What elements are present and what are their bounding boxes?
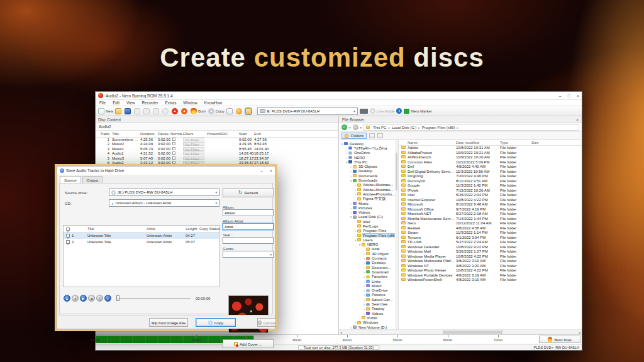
menu-item[interactable]: View <box>126 101 135 105</box>
year-input[interactable] <box>223 237 274 244</box>
tree-item[interactable]: ∨ Desktop <box>339 141 398 146</box>
knowhow-info-icon[interactable]: i <box>396 108 402 114</box>
track-checkbox[interactable]: ✓ <box>66 240 70 244</box>
player-button[interactable]: ♪ <box>104 295 111 302</box>
tree-item[interactable]: › Desktop <box>339 261 398 265</box>
toolbar-copy-icon[interactable]: Copy <box>208 108 225 114</box>
tree-item[interactable]: ∨ NERO <box>339 243 398 247</box>
file-row[interactable]: AliWorkbench 10/9/2022 10:20 AM File fol… <box>399 155 582 160</box>
tree-item[interactable]: › Music <box>339 283 398 288</box>
tree-item[interactable]: › Windows <box>339 321 398 325</box>
cancel-button[interactable]: × Cancel <box>257 318 276 327</box>
tree-item[interactable]: › Pictures <box>339 206 398 210</box>
track-row[interactable]: 2 Music2 4:24.09 0:02.00 No Filter 4:29.… <box>96 142 338 146</box>
file-row[interactable]: Common Files 10/11/2022 5:09 PM File fol… <box>399 160 582 165</box>
tree-item[interactable]: › Adobe+Photosho... <box>339 192 398 196</box>
tree-item[interactable]: › 3D Objects <box>339 164 398 168</box>
player-button[interactable]: ● <box>72 295 79 302</box>
source-drive-select[interactable]: (E:) PLDS DVD+-RW DU-8A5LH ▾ <box>109 189 219 196</box>
toolbar-docsearch-icon[interactable] <box>226 108 234 114</box>
breadcrumb-item[interactable]: Program Files (x86) <box>422 126 455 129</box>
file-row[interactable]: Windows Photo Viewer 10/8/2022 4:22 PM F… <box>399 268 582 273</box>
back-button[interactable]: ← <box>341 124 347 130</box>
virtual-keyboard-icon[interactable] <box>360 109 368 114</box>
player-button[interactable]: ▶ <box>80 295 87 302</box>
filter-chip[interactable]: No Filter <box>183 142 204 146</box>
add-cover-button[interactable]: Add Cover ... <box>223 339 274 348</box>
toolbar-save-icon[interactable] <box>125 108 132 114</box>
file-row[interactable]: Adobe 10/8/2022 10:31 AM File folder <box>399 146 582 151</box>
device-select[interactable]: E: PLDS DVD+-RW DU-8A5LH ▾ <box>257 107 358 115</box>
toolbar-fb-icon[interactable] <box>245 108 253 114</box>
player-button[interactable]: || <box>96 295 103 302</box>
toolbar-flame-icon[interactable]: Burn <box>191 108 206 114</box>
tree-item[interactable]: › Program Files <box>339 229 398 233</box>
dialog-minimize-button[interactable]: – <box>260 168 263 173</box>
tree-item[interactable]: PerfLogs <box>339 224 398 228</box>
file-row[interactable]: iFlytek 7/15/2022 10:26 AM File folder <box>399 189 582 194</box>
tree-item[interactable]: › Videos <box>339 210 398 214</box>
tree-item[interactable]: › Contacts <box>339 256 398 260</box>
file-row[interactable]: Microsoft.NET 5/27/2022 2:18 AM File fol… <box>399 212 582 217</box>
chevron-down-icon[interactable]: ▾ <box>349 126 351 129</box>
tree-item[interactable]: Figma 中文版 <box>339 197 398 201</box>
folders-toggle-button[interactable]: Folders <box>341 133 367 139</box>
track-checkbox[interactable]: ✓ <box>66 234 70 238</box>
menu-item[interactable]: KnowHow <box>204 101 222 105</box>
file-row[interactable]: Windows Mail 5/26/2022 1:27 PM File fold… <box>399 250 582 255</box>
tree-item[interactable]: › New Volume (D:) <box>339 325 398 329</box>
toolbar-nero1-icon[interactable] <box>172 108 179 114</box>
tree-item[interactable]: › Adobe+Illustrato... <box>339 187 398 192</box>
track-row[interactable]: 1 Summertime Sadn... 4:25.36 0:02.00 No … <box>96 138 338 142</box>
file-row[interactable]: Intel 5/26/2022 2:04 PM File folder <box>399 193 582 198</box>
menu-item[interactable]: Recorder <box>142 101 158 105</box>
file-row[interactable]: Windows NT 4/8/2022 3:20 AM File folder <box>399 264 582 269</box>
toolbar-paste-icon[interactable] <box>153 108 160 114</box>
tree-item[interactable]: › Searches <box>339 302 398 306</box>
track-row[interactable]: 5 Music3 5:07.40 0:02.00 No Filter 18:27… <box>96 156 338 161</box>
cd-select[interactable]: ♪ Unknown Album - Unknown Artist ▾ <box>109 199 219 207</box>
file-row[interactable]: Internet Explorer 10/8/2022 4:22 PM File… <box>399 198 582 203</box>
tab-Output[interactable]: Output <box>82 176 103 183</box>
tree-item[interactable]: › Pictures <box>339 293 398 297</box>
file-row[interactable]: Windows Multimedia Platform 4/8/2022 3:1… <box>399 259 582 264</box>
menu-item[interactable]: Edit <box>113 101 119 105</box>
file-row[interactable]: TP-LINK 5/27/2022 2:24 AM File folder <box>399 240 582 245</box>
tree-item[interactable]: ∨ This PC <box>339 160 398 164</box>
dialog-close-button[interactable]: × <box>270 168 272 173</box>
tree-item[interactable]: › OneDrive <box>339 288 398 293</box>
view-large-icon[interactable] <box>369 133 375 138</box>
rip-from-image-button[interactable]: Rip from Image File <box>149 318 188 327</box>
cd-track-row[interactable]: ✓ 1 Unknown Title Unknown Artist 04:27 <box>64 233 219 239</box>
player-button[interactable]: ▲ <box>64 295 70 302</box>
tree-item[interactable]: › Adobe+Illustrato... <box>339 183 398 187</box>
file-row[interactable]: Tencent 6/1/2022 3:04 PM File folder <box>399 236 582 241</box>
slider-thumb[interactable] <box>116 295 119 301</box>
normalize-checkbox[interactable] <box>172 151 175 155</box>
column-size[interactable]: Size <box>531 140 539 146</box>
file-row[interactable]: Windows Portable Devices 4/8/2022 3:19 A… <box>399 273 582 278</box>
toolbar-copy2-icon[interactable] <box>143 108 151 114</box>
tree-item[interactable]: › Saved Gar... <box>339 297 398 302</box>
filter-chip[interactable]: No Filter <box>183 156 204 160</box>
close-file-browser-icon[interactable]: × <box>576 116 579 123</box>
filter-chip[interactable]: No Filter <box>183 138 204 141</box>
filter-chip[interactable]: No Filter <box>183 147 204 151</box>
file-row[interactable]: Google 11/3/2022 1:42 PM File folder <box>399 184 582 189</box>
column-name[interactable]: Name <box>408 140 418 146</box>
nero-market-button[interactable]: Nero Market <box>404 109 431 114</box>
toolbar-nero2-icon[interactable] <box>181 108 189 114</box>
tree-item[interactable]: › Links <box>339 279 398 283</box>
minimize-button[interactable]: – <box>559 94 562 98</box>
file-row[interactable]: Realtek 4/8/2022 4:58 AM File folder <box>399 226 582 231</box>
tree-item[interactable]: › Tracing <box>339 307 398 311</box>
tree-scrollbar[interactable] <box>395 140 398 329</box>
normalize-checkbox[interactable] <box>172 142 175 145</box>
tree-item[interactable]: › Music <box>339 201 398 206</box>
live-guide-button[interactable]: Live Guide <box>370 108 395 114</box>
file-row[interactable]: DingDing 7/20/2022 4:46 PM File folder <box>399 174 582 179</box>
file-row[interactable]: WindowsPowerShell 4/8/2022 3:19 AM File … <box>399 278 582 283</box>
normalize-checkbox[interactable] <box>172 138 175 141</box>
refresh-button[interactable]: ↻ Refresh <box>223 188 274 197</box>
genre-select[interactable]: ▾ <box>223 251 274 258</box>
